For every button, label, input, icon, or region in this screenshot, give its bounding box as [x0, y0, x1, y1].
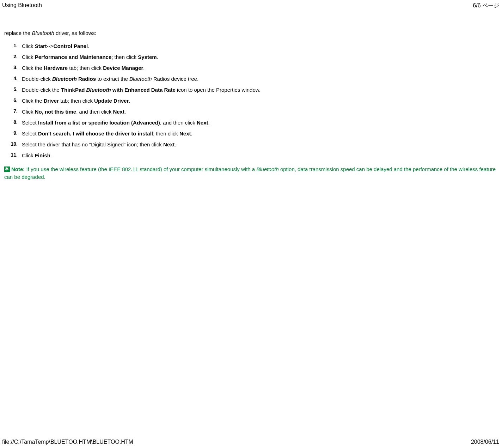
- step-fragment: Bluetooth: [86, 87, 111, 93]
- step-fragment: Don't search. I will choose the driver t…: [38, 131, 153, 137]
- step-number: 4.: [4, 75, 22, 83]
- note-label: Note:: [11, 166, 25, 172]
- step-number: 5.: [4, 86, 22, 93]
- intro-italic: Bluetooth: [32, 30, 54, 36]
- step-fragment: Install from a list or specific location…: [38, 120, 160, 126]
- step-fragment: .: [175, 141, 176, 147]
- step-fragment: Radios: [77, 76, 96, 82]
- step-fragment: ThinkPad: [61, 87, 86, 93]
- step-text: Double-click the ThinkPad Bluetooth with…: [22, 86, 261, 93]
- step-item: 4.Double-click Bluetooth Radios to extra…: [4, 75, 498, 83]
- note-pre: If you use the wireless feature (the IEE…: [25, 166, 256, 172]
- page-header-title: Using Bluetooth: [2, 2, 42, 8]
- step-number: 1.: [4, 42, 22, 50]
- step-fragment: Next: [113, 109, 124, 115]
- intro-line: replace the Bluetooth driver, as follows…: [4, 30, 498, 36]
- step-number: 9.: [4, 130, 22, 137]
- steps-list: 1.Click Start-->Control Panel.2.Click Pe…: [4, 42, 498, 159]
- step-number: 3.: [4, 64, 22, 72]
- step-fragment: Click: [22, 109, 35, 115]
- step-fragment: Finish: [35, 152, 50, 158]
- step-fragment: .: [157, 54, 158, 60]
- step-fragment: Select the driver that has no "Digital S…: [22, 141, 163, 147]
- step-fragment: Bluetooth: [129, 76, 152, 82]
- step-fragment: No, not this time: [35, 109, 76, 115]
- document-body: replace the Bluetooth driver, as follows…: [4, 30, 498, 181]
- page-footer-path: file://C:\TamaTemp\BLUETOO.HTM\BLUETOO.H…: [2, 439, 133, 445]
- step-text: Click Finish.: [22, 152, 52, 159]
- step-fragment: Double-click the: [22, 87, 61, 93]
- step-fragment: Start: [35, 43, 47, 49]
- intro-pre: replace the: [4, 30, 32, 36]
- step-text: Select Don't search. I will choose the d…: [22, 130, 192, 137]
- step-fragment: .: [208, 120, 210, 126]
- step-fragment: Next: [179, 131, 191, 137]
- note-icon: [4, 167, 10, 172]
- note-block: Note: If you use the wireless feature (t…: [4, 165, 498, 181]
- step-fragment: , and then click: [76, 109, 113, 115]
- step-text: Click No, not this time, and then click …: [22, 108, 126, 115]
- step-fragment: Control Panel: [54, 43, 88, 49]
- step-text: Click the Hardware tab; then click Devic…: [22, 64, 145, 72]
- step-fragment: with Enhanced Data Rate: [111, 87, 176, 93]
- step-fragment: Device Manager: [103, 65, 143, 71]
- step-item: 1.Click Start-->Control Panel.: [4, 42, 498, 50]
- intro-post: driver, as follows:: [54, 30, 96, 36]
- step-number: 10.: [4, 141, 22, 148]
- step-text: Select Install from a list or specific l…: [22, 119, 210, 126]
- step-fragment: Next: [163, 141, 175, 147]
- step-item: 9.Select Don't search. I will choose the…: [4, 130, 498, 137]
- step-fragment: Click: [22, 54, 35, 60]
- step-number: 8.: [4, 119, 22, 126]
- step-fragment: Radios device tree.: [152, 76, 198, 82]
- step-text: Click Performance and Maintenance; then …: [22, 53, 158, 61]
- step-fragment: .: [88, 43, 89, 49]
- step-fragment: tab; then click: [59, 98, 94, 104]
- step-item: 10.Select the driver that has no "Digita…: [4, 141, 498, 148]
- step-fragment: Bluetooth: [52, 76, 77, 82]
- step-fragment: Performance and Maintenance: [35, 54, 112, 60]
- step-number: 6.: [4, 97, 22, 104]
- step-fragment: .: [191, 131, 192, 137]
- step-text: Click Start-->Control Panel.: [22, 42, 89, 50]
- step-fragment: Click the: [22, 98, 44, 104]
- step-item: 6.Click the Driver tab; then click Updat…: [4, 97, 498, 104]
- step-fragment: .: [129, 98, 130, 104]
- step-fragment: Click the: [22, 65, 44, 71]
- step-fragment: Next: [197, 120, 208, 126]
- step-text: Select the driver that has no "Digital S…: [22, 141, 176, 148]
- step-fragment: icon to open the Properties window.: [176, 87, 261, 93]
- step-fragment: ; then click: [153, 131, 179, 137]
- page-footer-date: 2008/06/11: [471, 439, 499, 445]
- step-item: 11.Click Finish.: [4, 152, 498, 159]
- step-item: 7.Click No, not this time, and then clic…: [4, 108, 498, 115]
- step-text: Click the Driver tab; then click Update …: [22, 97, 130, 104]
- step-fragment: Click: [22, 152, 35, 158]
- step-fragment: Select: [22, 120, 38, 126]
- step-fragment: ; then click: [111, 54, 138, 60]
- step-fragment: -->: [47, 43, 54, 49]
- step-fragment: Click: [22, 43, 35, 49]
- step-fragment: , and then click: [160, 120, 197, 126]
- step-item: 3.Click the Hardware tab; then click Dev…: [4, 64, 498, 72]
- step-number: 2.: [4, 53, 22, 61]
- step-fragment: .: [50, 152, 52, 158]
- step-fragment: Hardware: [44, 65, 68, 71]
- step-fragment: Select: [22, 131, 38, 137]
- step-number: 11.: [4, 152, 22, 159]
- step-fragment: Update Driver: [94, 98, 129, 104]
- page-header-pagenum: 6/6 ページ: [473, 2, 499, 10]
- step-item: 8.Select Install from a list or specific…: [4, 119, 498, 126]
- step-text: Double-click Bluetooth Radios to extract…: [22, 75, 198, 83]
- note-italic: Bluetooth: [256, 166, 278, 172]
- step-fragment: to extract the: [96, 76, 129, 82]
- step-fragment: .: [143, 65, 145, 71]
- step-fragment: Double-click: [22, 76, 52, 82]
- step-item: 5.Double-click the ThinkPad Bluetooth wi…: [4, 86, 498, 93]
- step-fragment: .: [124, 109, 126, 115]
- step-number: 7.: [4, 108, 22, 115]
- step-fragment: System: [138, 54, 157, 60]
- step-fragment: tab; then click: [68, 65, 103, 71]
- step-item: 2.Click Performance and Maintenance; the…: [4, 53, 498, 61]
- step-fragment: Driver: [44, 98, 59, 104]
